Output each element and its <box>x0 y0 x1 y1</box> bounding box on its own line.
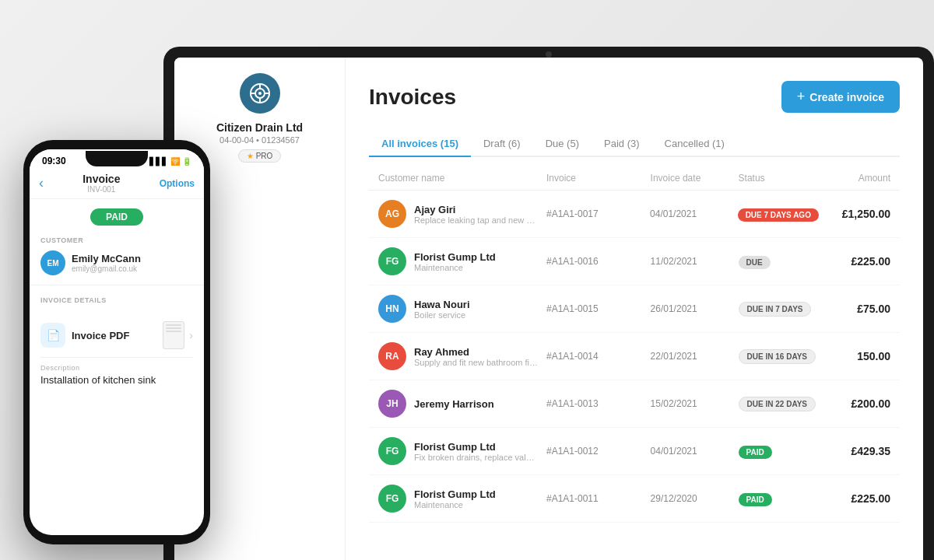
customer-name: Jeremy Harrison <box>414 398 494 410</box>
create-invoice-button[interactable]: + Create invoice <box>781 81 900 113</box>
status-badge-label: DUE IN 22 DAYS <box>739 397 816 411</box>
svg-point-2 <box>258 92 262 95</box>
tab-all-invoices[interactable]: All invoices (15) <box>369 131 471 157</box>
invoice-date: 26/01/2021 <box>651 303 731 314</box>
invoice-pdf-row[interactable]: 📄 Invoice PDF › <box>40 313 193 358</box>
phone-paid-status: PAID <box>30 199 204 232</box>
phone-title-block: Invoice INV-001 <box>83 173 120 194</box>
table-row[interactable]: HN Hawa Nouri Boiler service #A1A1-0015 … <box>369 285 900 333</box>
customer-avatar: EM <box>40 250 65 275</box>
company-id: 04-00-04 • 01234567 <box>219 135 300 145</box>
signal-icon: ▋▋▋ <box>149 157 168 166</box>
invoices-header: Invoices + Create invoice <box>369 81 900 113</box>
tab-draft[interactable]: Draft (6) <box>471 131 533 157</box>
status-badge-label: PAID <box>739 493 772 506</box>
invoice-number: #A1A1-0011 <box>546 493 643 504</box>
col-amount: Amount <box>827 173 890 184</box>
invoice-amount: £200.00 <box>827 397 890 410</box>
back-button[interactable]: ‹ <box>39 175 44 191</box>
pro-badge: ★ PRO <box>238 149 282 163</box>
star-icon: ★ <box>247 152 254 160</box>
table-row[interactable]: FG Florist Gump Ltd Maintenance #A1A1-00… <box>369 238 900 285</box>
tab-due[interactable]: Due (5) <box>533 131 592 157</box>
customer-name: Florist Gump Ltd <box>414 488 496 500</box>
chevron-right-icon: › <box>189 329 193 341</box>
table-row[interactable]: JH Jeremy Harrison #A1A1-0013 15/02/2021… <box>369 380 900 428</box>
tablet-device: Citizen Drain Ltd 04-00-04 • 01234567 ★ … <box>163 47 934 560</box>
tab-cancelled[interactable]: Cancelled (1) <box>652 131 737 157</box>
invoice-number: #A1A1-0014 <box>546 351 643 362</box>
description-label: Description <box>40 364 193 372</box>
customer-avatar: RA <box>378 342 406 370</box>
phone-description: Description Installation of kitchen sink <box>30 358 204 392</box>
pdf-left: 📄 Invoice PDF <box>40 323 129 348</box>
customer-cell: HN Hawa Nouri Boiler service <box>378 295 539 323</box>
company-name: Citizen Drain Ltd <box>216 121 303 134</box>
invoice-amount: £429.35 <box>827 445 890 457</box>
status-badge-label: DUE <box>739 256 771 269</box>
tablet-screen: Citizen Drain Ltd 04-00-04 • 01234567 ★ … <box>174 58 923 560</box>
pdf-icon: 📄 <box>40 323 65 348</box>
invoice-amount: £225.00 <box>827 255 890 268</box>
invoice-amount: £75.00 <box>827 303 890 315</box>
pdf-line-1 <box>166 324 181 326</box>
status-badge: DUE IN 7 DAYS <box>739 301 819 317</box>
phone-invoice-section: INVOICE DETAILS <box>30 292 204 313</box>
customer-email: emily@gmail.co.uk <box>72 264 141 273</box>
customer-name: Hawa Nouri <box>414 299 470 310</box>
customer-desc: Maintenance <box>414 500 496 509</box>
invoice-table: AG Ajay Giri Replace leaking tap and new… <box>369 191 900 523</box>
phone-status-icons: ▋▋▋ 🛜 🔋 <box>149 157 191 166</box>
tab-paid[interactable]: Paid (3) <box>592 131 652 157</box>
customer-row: EM Emily McCann emily@gmail.co.uk <box>40 250 193 275</box>
customer-cell: FG Florist Gump Ltd Maintenance <box>378 247 539 275</box>
phone-invoice-number: INV-001 <box>83 185 120 194</box>
table-row[interactable]: FG Florist Gump Ltd Fix broken drains, r… <box>369 428 900 475</box>
customer-cell: AG Ajay Giri Replace leaking tap and new… <box>378 200 539 228</box>
invoice-date: 11/02/2021 <box>651 256 731 267</box>
col-invoice-date: Invoice date <box>651 173 731 184</box>
customer-avatar: FG <box>378 247 406 275</box>
phone-device: 09:30 ▋▋▋ 🛜 🔋 ‹ Invoice INV-001 Options … <box>23 140 210 544</box>
pdf-thumbnail <box>163 321 184 349</box>
invoice-date: 15/02/2021 <box>651 398 731 409</box>
customer-avatar: FG <box>378 485 406 513</box>
invoice-date: 04/01/2021 <box>651 446 731 457</box>
customer-info: Florist Gump Ltd Fix broken drains, repl… <box>414 441 539 462</box>
pdf-right: › <box>163 321 193 349</box>
customer-cell: FG Florist Gump Ltd Maintenance <box>378 485 539 513</box>
customer-info: Ray Ahmed Supply and fit new bathroom fi… <box>414 346 539 367</box>
invoice-date: 29/12/2020 <box>651 493 731 504</box>
customer-info: Florist Gump Ltd Maintenance <box>414 488 496 509</box>
table-row[interactable]: RA Ray Ahmed Supply and fit new bathroom… <box>369 333 900 380</box>
customer-name: Emily McCann <box>72 253 141 264</box>
tablet-camera <box>546 51 552 58</box>
tablet-main: Invoices + Create invoice All invoices (… <box>346 58 923 560</box>
status-badge: PAID <box>739 444 819 459</box>
status-badge: DUE <box>739 254 819 269</box>
wifi-icon: 🛜 <box>170 157 180 166</box>
phone-time: 09:30 <box>42 156 66 166</box>
table-row[interactable]: AG Ajay Giri Replace leaking tap and new… <box>369 191 900 238</box>
status-badge-label: PAID <box>739 446 772 459</box>
invoice-amount: 150.00 <box>827 350 890 362</box>
options-button[interactable]: Options <box>160 178 195 189</box>
status-badge: DUE 7 DAYS AGO <box>738 207 819 222</box>
customer-desc: Replace leaking tap and new drain <box>414 215 539 225</box>
invoice-number: #A1A1-0012 <box>546 446 643 457</box>
invoice-number: #A1A1-0013 <box>546 398 643 409</box>
customer-avatar: FG <box>378 437 406 465</box>
customer-avatar: HN <box>378 295 406 323</box>
invoice-number: #A1A1-0016 <box>546 256 643 267</box>
status-badge: PAID <box>739 492 819 506</box>
customer-name: Florist Gump Ltd <box>414 251 496 263</box>
battery-icon: 🔋 <box>182 157 191 166</box>
customer-info: Ajay Giri Replace leaking tap and new dr… <box>414 204 539 225</box>
table-row[interactable]: FG Florist Gump Ltd Maintenance #A1A1-00… <box>369 475 900 523</box>
phone-screen: 09:30 ▋▋▋ 🛜 🔋 ‹ Invoice INV-001 Options … <box>30 149 204 535</box>
customer-info: Jeremy Harrison <box>414 398 494 410</box>
col-status: Status <box>739 173 819 184</box>
pdf-label: Invoice PDF <box>72 330 129 341</box>
customer-section-label: CUSTOMER <box>40 236 193 244</box>
customer-avatar: JH <box>378 390 406 418</box>
